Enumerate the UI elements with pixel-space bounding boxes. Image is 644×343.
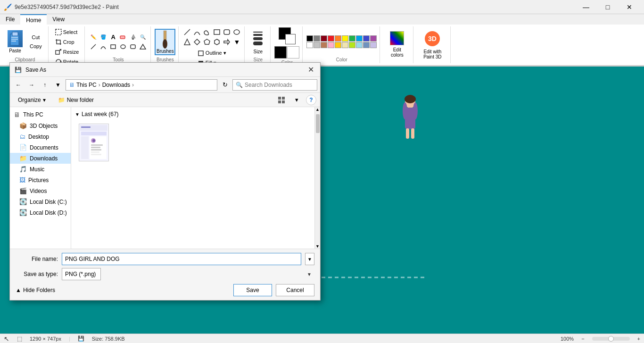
size-button[interactable]: Size [248,29,267,55]
sidebar-item-pictures[interactable]: 🖼 Pictures [10,175,71,185]
color-swatch[interactable] [306,35,313,42]
cut-button[interactable]: Cut [26,33,45,42]
oval-tool[interactable] [118,42,128,51]
sidebar-item-localc[interactable]: 💽 Local Disk (C:) [10,196,71,207]
close-button[interactable]: ✕ [619,0,640,14]
shape-roundrect[interactable] [222,27,231,37]
scroll-down-button[interactable]: ▼ [315,244,320,249]
color-swatch[interactable] [306,42,313,48]
color-swatch[interactable] [356,42,363,48]
brushes-button[interactable]: Brushes [155,29,175,55]
select-button[interactable]: Select [52,27,82,37]
shape-more[interactable]: ▼ [232,37,241,47]
scroll-thumb[interactable] [316,114,320,133]
documents-icon: 📄 [19,144,27,151]
shape-arrow-right[interactable] [222,37,231,47]
zoom-in-icon[interactable]: + [637,336,640,342]
paste-button[interactable]: Paste [5,29,25,55]
tab-file[interactable]: File [0,14,20,25]
shape-freeform[interactable] [202,27,212,37]
minimize-button[interactable]: — [575,0,597,14]
sidebar-item-3dobjects[interactable]: 📦 3D Objects [10,120,71,131]
crop-button[interactable]: Crop [52,37,82,47]
shape-curve[interactable] [192,27,202,37]
shape-pentagon[interactable] [202,37,212,47]
sidebar-item-desktop[interactable]: 🗂 Desktop [10,131,71,142]
line-tool[interactable] [89,42,98,51]
sidebar-item-locald[interactable]: 💽 Local Disk (D:) [10,207,71,218]
shape-diamond[interactable] [192,37,202,47]
zoom-out-icon[interactable]: − [581,336,584,342]
color-swatch[interactable] [349,35,355,42]
view-options-button[interactable] [276,94,287,106]
save-button[interactable]: Save [233,284,272,296]
sidebar-item-music[interactable]: 🎵 Music [10,164,71,175]
shape-rect[interactable] [212,27,222,37]
nav-dropdown-button[interactable]: ▼ [52,79,64,91]
file-size: Size: 758.9KB [92,336,125,342]
scroll-up-button[interactable]: ▲ [315,107,320,112]
view-dropdown-button[interactable]: ▾ [291,94,302,106]
color-swatch[interactable] [370,35,377,42]
pencil-tool[interactable]: ✏️ [89,32,98,42]
shape-hexagon[interactable] [212,37,222,47]
color-swatch[interactable] [328,35,334,42]
maximize-button[interactable]: □ [597,0,619,14]
hide-folders-toggle[interactable]: ▲ Hide Folders [16,287,55,293]
help-button[interactable]: ? [306,95,316,105]
color-swatch[interactable] [356,35,363,42]
zoom-slider[interactable] [592,337,630,341]
color-swatch[interactable] [314,42,320,48]
triangle-tool[interactable] [138,42,148,51]
shape-triangle[interactable] [182,37,192,47]
background-color[interactable] [285,34,296,44]
color-swatch[interactable] [363,35,370,42]
zoom-thumb[interactable] [608,336,614,342]
rect-tool[interactable] [108,42,118,51]
organize-button[interactable]: Organize ▾ [14,95,50,105]
section-header[interactable]: ▼ Last week (67) [75,109,311,119]
filename-dropdown-button[interactable]: ▼ [305,253,314,265]
copy-button[interactable]: Copy [26,42,45,50]
color-swatch[interactable] [342,42,348,48]
color-swatch[interactable] [349,42,355,48]
color-swatch[interactable] [370,42,377,48]
color-swatch[interactable] [328,42,334,48]
curve-tool[interactable] [99,42,108,51]
file-item[interactable] [75,121,113,164]
search-input[interactable] [245,82,314,88]
sidebar-item-thispc[interactable]: 🖥 This PC [10,109,71,120]
text-tool[interactable]: A [108,32,118,42]
nav-up-button[interactable]: ↑ [39,79,50,91]
nav-back-button[interactable]: ← [13,79,24,91]
sidebar-item-videos[interactable]: 🎬 Videos [10,185,71,196]
savetype-select[interactable]: PNG (*.png) JPEG (*.jpg) BMP (*.bmp) GIF… [62,268,101,280]
sidebar-item-documents[interactable]: 📄 Documents [10,142,71,153]
roundrect-tool[interactable] [128,42,138,51]
sidebar-item-downloads[interactable]: 📁 Downloads [10,153,71,164]
shape-ellipse[interactable] [232,27,241,37]
refresh-button[interactable]: ↻ [219,79,231,91]
color-swatch[interactable] [335,42,341,48]
vertical-scrollbar[interactable]: ▲ ▼ [314,107,320,249]
eraser-tool[interactable] [118,32,128,42]
shape-line[interactable] [182,27,192,37]
new-folder-button[interactable]: 📁 New folder [54,95,98,105]
magnify-tool[interactable]: 🔍 [138,32,148,42]
color-swatch[interactable] [342,35,348,42]
color-swatch[interactable] [363,42,370,48]
fill-tool[interactable]: 🪣 [99,32,108,42]
breadcrumb[interactable]: 🖥 This PC › Downloads › [66,79,217,91]
color-swatch[interactable] [321,42,327,48]
downloads-icon: 📁 [19,155,27,162]
tab-home[interactable]: Home [20,14,47,25]
tab-view[interactable]: View [47,14,70,25]
color-swatch[interactable] [335,35,341,42]
dialog-close-button[interactable]: ✕ [306,65,315,75]
cancel-button[interactable]: Cancel [276,284,314,296]
color-swatch[interactable] [321,35,327,42]
filename-input[interactable] [62,253,301,265]
color-swatch[interactable] [314,35,320,42]
nav-forward-button[interactable]: → [26,79,37,91]
color-picker-tool[interactable] [128,32,138,42]
